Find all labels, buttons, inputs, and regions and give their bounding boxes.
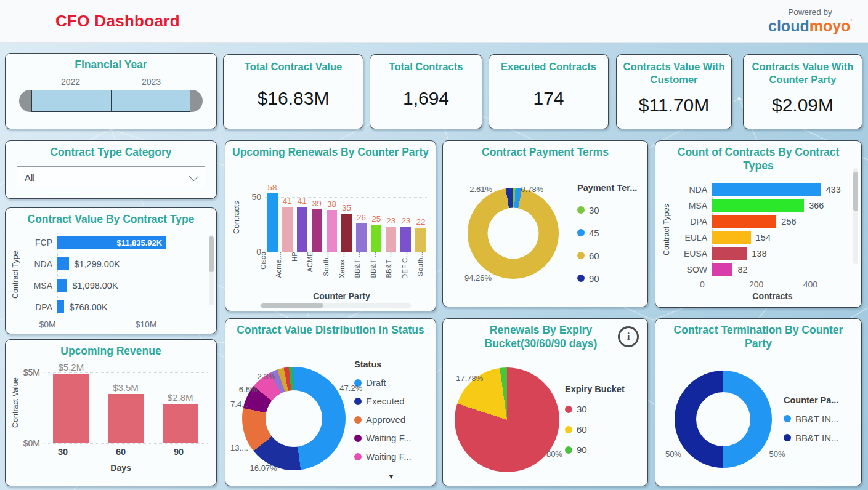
scrollbar-thumb[interactable] — [853, 172, 858, 211]
bar[interactable] — [712, 215, 776, 228]
donut-ring[interactable] — [468, 188, 559, 279]
bar[interactable] — [312, 209, 322, 252]
bar[interactable] — [57, 279, 67, 292]
value-label: $1,098.00K — [72, 281, 118, 291]
category-label: NDA — [20, 259, 57, 269]
bar[interactable] — [57, 257, 69, 270]
legend: Payment Ter...30456090 — [577, 166, 643, 300]
financial-year-slider[interactable] — [19, 90, 203, 112]
bar[interactable] — [712, 183, 821, 196]
slice-label: 17.78% — [456, 374, 483, 383]
slice-label: 13.... — [230, 443, 248, 452]
legend-item[interactable]: 60 — [577, 251, 640, 261]
bar[interactable] — [712, 263, 732, 276]
legend-item[interactable]: 30 — [565, 404, 640, 414]
category-label: DPA — [20, 302, 57, 312]
bar[interactable] — [341, 214, 352, 252]
bar[interactable] — [371, 225, 381, 252]
legend-item[interactable]: BB&T IN... — [784, 433, 853, 443]
legend-label: 90 — [589, 273, 599, 284]
bar-row: NDA$1,299.00K — [20, 257, 200, 270]
category-label-text: BB&T ... — [354, 252, 361, 278]
legend-title: Status — [354, 359, 428, 369]
vertical-scrollbar[interactable] — [209, 235, 214, 305]
scrollbar-thumb[interactable] — [209, 236, 214, 272]
legend-item[interactable]: Executed — [354, 396, 428, 406]
bar[interactable] — [57, 300, 64, 313]
bar-row: MSA$1,098.00K — [20, 279, 200, 292]
category-label: BB&T ... — [349, 252, 365, 289]
bars: $5.2M$3.5M$2.8M — [44, 362, 208, 443]
bar-column: 41 — [294, 183, 309, 252]
legend-item[interactable]: Waiting F... — [354, 433, 428, 443]
bar-zone: 154 — [712, 231, 843, 244]
chart-card-contract-value-by-contract-type: Contract Value By Contract Type Contract… — [5, 207, 217, 334]
donut-ring[interactable] — [242, 367, 346, 470]
legend-item[interactable]: 60 — [565, 424, 640, 435]
legend-item[interactable]: BB&T IN... — [784, 414, 853, 424]
legend-label: 60 — [589, 251, 599, 261]
legend: Expiry Bucket306090 — [565, 359, 643, 480]
bar[interactable] — [267, 193, 278, 252]
value-label: 39 — [312, 199, 322, 208]
vertical-scrollbar[interactable] — [853, 168, 858, 264]
chart-title: Contract Value Distribution In Status — [225, 319, 436, 337]
axis-tick-label: $10M — [135, 319, 156, 329]
slice-label: 7.4... — [230, 400, 248, 409]
bar[interactable] — [386, 227, 396, 252]
slice-label: 50% — [665, 449, 681, 459]
value-label: 58 — [268, 183, 277, 192]
legend-item[interactable]: 90 — [577, 273, 640, 284]
bar[interactable] — [712, 247, 747, 260]
donut-ring[interactable] — [675, 371, 772, 468]
chart-card-upcoming-renewals: Upcoming Renewals By Counter Party Contr… — [225, 140, 436, 311]
bar[interactable] — [297, 207, 307, 252]
plot-zone: 80%17.78% — [449, 359, 565, 480]
legend-item[interactable]: Approved — [354, 414, 428, 425]
horizontal-scrollbar[interactable] — [260, 303, 411, 308]
bar[interactable] — [712, 199, 804, 212]
bar-zone: $1,299.00K — [57, 257, 200, 270]
scrollbar-thumb[interactable] — [261, 303, 323, 308]
bar-row: NDA433 — [671, 183, 843, 196]
donut-hole — [488, 207, 539, 259]
bar[interactable] — [327, 210, 337, 252]
legend-expand-icon[interactable]: ▼ — [387, 472, 395, 481]
bar[interactable] — [712, 231, 751, 244]
legend-item[interactable]: Waiting F... — [354, 451, 428, 462]
bar[interactable] — [356, 223, 367, 252]
bar-column: $2.8M — [153, 362, 208, 443]
bar[interactable] — [108, 394, 144, 443]
category-label-text: 30 — [58, 447, 68, 457]
bar[interactable] — [415, 228, 426, 252]
bar-column: $5.2M — [44, 362, 99, 443]
bar-column: 35 — [339, 183, 354, 252]
legend-item[interactable]: 90 — [565, 444, 640, 455]
category-label-text: 90 — [174, 447, 184, 457]
bar-zone: $768.00K — [57, 300, 200, 313]
legend-item[interactable]: 45 — [577, 228, 640, 238]
bar[interactable] — [163, 404, 198, 443]
bar-column: $3.5M — [99, 362, 153, 443]
logo-moyo: moyo — [809, 17, 851, 34]
kpi-label: Total Contract Value — [224, 55, 363, 73]
legend-item[interactable]: 30 — [577, 205, 640, 215]
financial-year-card: Financial Year 2022 2023 — [5, 53, 217, 129]
contract-type-category-dropdown[interactable]: All — [17, 166, 205, 188]
bar[interactable] — [400, 227, 411, 252]
kpi-value: $11.70M — [617, 86, 731, 129]
x-axis-title: Counter Party — [255, 289, 428, 301]
bar-row: MSA366 — [671, 199, 843, 212]
hbar-plot: Contract TypesNDA433MSA366DPA256EULA154E… — [662, 182, 843, 278]
x-axis: 0200400 — [702, 278, 843, 291]
bar[interactable] — [53, 374, 89, 443]
bar[interactable] — [282, 207, 293, 252]
chart-title: Contract Payment Terms — [443, 141, 647, 159]
x-axis-title: Days — [34, 460, 208, 473]
header: CFO Dashboard Powered by cloudmoyo' — [0, 0, 868, 43]
category-label: 60 — [92, 443, 150, 460]
info-icon[interactable]: i — [618, 326, 639, 347]
chevron-down-icon[interactable] — [189, 172, 199, 182]
legend-label: BB&T IN... — [795, 414, 839, 424]
legend-item[interactable]: Draft — [354, 377, 428, 388]
